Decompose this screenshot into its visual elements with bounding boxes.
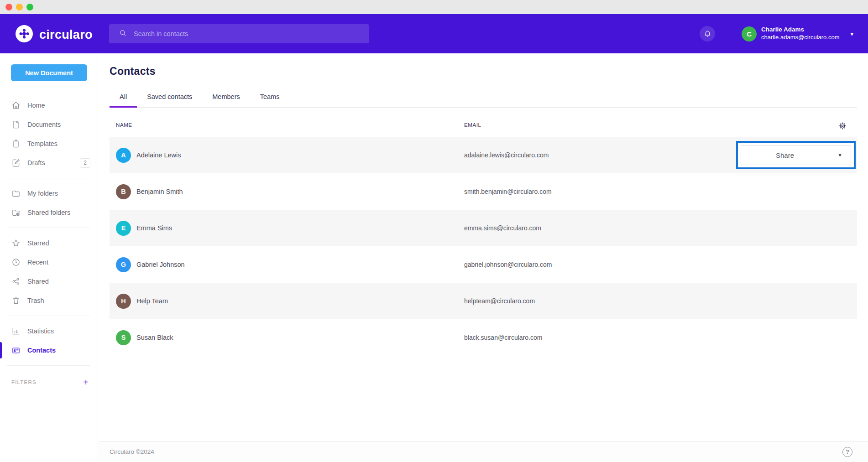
contact-email: helpteam@circularo.com xyxy=(464,297,857,305)
sidebar-item-label: Templates xyxy=(27,140,58,147)
sidebar-item-label: Starred xyxy=(27,239,49,247)
sidebar-item-recent[interactable]: Recent xyxy=(0,253,98,272)
sidebar-item-label: Documents xyxy=(27,121,61,128)
main-content: Contacts AllSaved contactsMembersTeams N… xyxy=(99,53,868,462)
contact-name-cell: SSusan Black xyxy=(116,330,464,345)
app-window: circularo C Charlie Adams char xyxy=(0,0,868,462)
contact-avatar: G xyxy=(116,257,131,272)
table-row[interactable]: EEmma Simsemma.sims@circularo.com xyxy=(110,210,857,246)
sidebar-item-label: Home xyxy=(27,102,45,109)
sidebar-item-label: Recent xyxy=(27,259,48,266)
sidebar-item-label: My folders xyxy=(27,190,58,197)
filters-section: FILTERS + xyxy=(0,371,98,387)
contact-avatar: A xyxy=(116,148,131,163)
contact-email: smith.benjamin@circularo.com xyxy=(464,188,857,195)
sidebar-item-contacts[interactable]: Contacts xyxy=(0,341,98,360)
minimize-window-button[interactable] xyxy=(16,4,23,10)
star-icon xyxy=(11,239,21,248)
sidebar-item-trash[interactable]: Trash xyxy=(0,291,98,310)
table-row[interactable]: GGabriel Johnsongabriel.johnson@circular… xyxy=(110,246,857,283)
tab-all[interactable]: All xyxy=(110,93,137,107)
search-icon xyxy=(119,29,127,39)
folder-icon xyxy=(11,189,21,198)
sidebar-item-label: Trash xyxy=(27,297,44,304)
sidebar-divider xyxy=(7,316,90,316)
titlebar xyxy=(0,0,868,14)
user-email: charlie.adams@circularo.com xyxy=(761,34,839,41)
header-actions: C Charlie Adams charlie.adams@circularo.… xyxy=(700,14,853,53)
template-icon xyxy=(11,139,21,148)
folder-shared-icon xyxy=(11,208,21,217)
brand-name: circularo xyxy=(39,28,93,42)
sidebar-item-label: Statistics xyxy=(27,327,54,335)
contact-name-cell: BBenjamin Smith xyxy=(116,184,464,199)
sidebar-item-label: Shared xyxy=(27,278,49,285)
sidebar-item-home[interactable]: Home xyxy=(0,96,98,115)
notifications-bell-button[interactable] xyxy=(700,26,715,42)
sidebar-item-label: Shared folders xyxy=(27,209,70,216)
contact-name-cell: GGabriel Johnson xyxy=(116,257,464,272)
table-row[interactable]: HHelp Teamhelpteam@circularo.com xyxy=(110,283,857,319)
contact-name: Adelaine Lewis xyxy=(136,151,181,159)
sidebar-divider xyxy=(7,228,90,228)
contact-avatar: B xyxy=(116,184,131,199)
draft-icon xyxy=(11,158,21,167)
contact-email: black.susan@circularo.com xyxy=(464,334,857,341)
new-document-button[interactable]: New Document xyxy=(11,64,87,81)
share-icon xyxy=(11,277,21,286)
chart-icon xyxy=(11,327,21,336)
sidebar-item-label: Contacts xyxy=(27,347,56,354)
table-row[interactable]: SSusan Blackblack.susan@circularo.com xyxy=(110,319,857,356)
table-header: NAME EMAIL xyxy=(110,122,857,128)
table-row[interactable]: BBenjamin Smithsmith.benjamin@circularo.… xyxy=(110,173,857,210)
app-header: circularo C Charlie Adams char xyxy=(0,14,868,53)
search-input[interactable] xyxy=(134,30,369,37)
tab-saved-contacts[interactable]: Saved contacts xyxy=(137,93,202,107)
home-icon xyxy=(11,101,21,110)
id-card-icon xyxy=(11,346,21,355)
user-menu[interactable]: C Charlie Adams charlie.adams@circularo.… xyxy=(742,26,853,41)
circularo-logo-icon xyxy=(15,25,33,45)
table-row[interactable]: AAdelaine Lewisadalaine.lewis@circularo.… xyxy=(110,137,857,173)
help-icon[interactable]: ? xyxy=(842,447,852,457)
sidebar-item-templates[interactable]: Templates xyxy=(0,134,98,153)
sidebar-item-starred[interactable]: Starred xyxy=(0,234,98,253)
contact-name-cell: HHelp Team xyxy=(116,294,464,309)
tab-teams[interactable]: Teams xyxy=(250,93,290,107)
share-dropdown-button[interactable]: ▾ xyxy=(829,145,851,165)
user-avatar: C xyxy=(742,26,757,42)
contact-name: Emma Sims xyxy=(136,224,172,232)
clock-icon xyxy=(11,258,21,267)
maximize-window-button[interactable] xyxy=(26,4,33,10)
sidebar-divider xyxy=(7,178,90,178)
document-icon xyxy=(11,120,21,129)
contact-avatar: E xyxy=(116,221,131,236)
contact-name: Help Team xyxy=(136,297,168,305)
share-split-button: Share▾ xyxy=(741,145,851,165)
table-settings-gear-icon[interactable] xyxy=(838,121,847,132)
contact-email: emma.sims@circularo.com xyxy=(464,224,857,232)
close-window-button[interactable] xyxy=(5,4,12,10)
contacts-tabs: AllSaved contactsMembersTeams xyxy=(110,93,857,108)
footer: Circularo ©2024 ? xyxy=(99,441,868,462)
user-info: Charlie Adams charlie.adams@circularo.co… xyxy=(761,26,839,41)
sidebar-item-label: Drafts xyxy=(27,159,45,166)
sidebar-item-shared[interactable]: Shared xyxy=(0,272,98,291)
tab-members[interactable]: Members xyxy=(202,93,250,107)
sidebar-item-shared-folders[interactable]: Shared folders xyxy=(0,203,98,222)
bell-icon xyxy=(703,30,712,38)
sidebar-item-documents[interactable]: Documents xyxy=(0,115,98,134)
search-bar[interactable] xyxy=(109,24,369,43)
sidebar-item-statistics[interactable]: Statistics xyxy=(0,322,98,341)
sidebar-item-my-folders[interactable]: My folders xyxy=(0,184,98,203)
contact-email: gabriel.johnson@circularo.com xyxy=(464,261,857,268)
contact-avatar: H xyxy=(116,294,131,309)
contacts-table: AAdelaine Lewisadalaine.lewis@circularo.… xyxy=(110,137,857,356)
sidebar: New Document HomeDocumentsTemplatesDraft… xyxy=(0,53,98,462)
share-button[interactable]: Share xyxy=(741,145,829,165)
add-filter-button[interactable]: + xyxy=(83,378,89,387)
sidebar-item-drafts[interactable]: Drafts2 xyxy=(0,153,98,172)
sidebar-divider xyxy=(7,365,90,366)
contact-name: Gabriel Johnson xyxy=(136,261,185,268)
brand-logo[interactable]: circularo xyxy=(15,25,93,45)
